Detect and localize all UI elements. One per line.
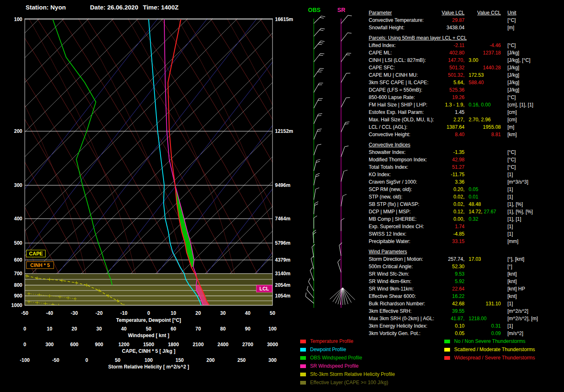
- axis-text: 1000: [11, 302, 22, 308]
- parameter-name: 3km SFC CAPE | IL CAPE:: [369, 79, 440, 86]
- parameter-unit: [m^3/s^3]: [501, 178, 564, 186]
- axis-text: -100: [20, 357, 30, 363]
- axis-text: 50: [146, 326, 152, 332]
- parameter-unit: [mm]: [501, 238, 564, 245]
- parameter-value: 0.02,: [453, 201, 464, 207]
- parameter-value: 0.05: [469, 187, 478, 192]
- parameter-unit: [knt]: [501, 270, 564, 278]
- parameter-value: 5.64,: [453, 80, 464, 85]
- legend-swatch: [300, 364, 306, 368]
- axis-text: CAPE, CINH * 5 [ J/kg ]: [122, 348, 175, 354]
- parameter-row: Max. Hail Size (OLD, MU, IL):2.27, 2.70,…: [369, 116, 564, 123]
- section-title: Parcels: Using 50mB mean layer LCL + CCL: [369, 34, 564, 42]
- legend-swatch: [300, 356, 306, 360]
- axis-text: 300: [14, 182, 22, 188]
- parameter-value: 8.81: [491, 132, 501, 137]
- parameter-value: 3.36: [455, 179, 464, 185]
- axis-text: CAPE: [29, 251, 43, 257]
- section-title: Convective Indices: [369, 141, 564, 149]
- parameter-unit: [°C]: [501, 149, 564, 156]
- axis-text: 100: [145, 357, 153, 363]
- axis-text: 30: [96, 326, 102, 332]
- legend-label: Effective Layer (CAPE >= 100 J/kg): [310, 380, 388, 385]
- parameter-value: 17.03: [469, 256, 481, 262]
- axis-text: 40: [121, 326, 127, 332]
- parameter-row: Exp. Supercell Index CH:1.74 [1]: [369, 223, 564, 230]
- parameter-value: 525.36: [449, 87, 464, 93]
- parameter-unit: [°C]: [501, 156, 564, 163]
- parameter-value: 19.26: [452, 94, 464, 100]
- parameter-value: 0.10: [455, 323, 464, 329]
- axis-text: 4379m: [275, 257, 290, 263]
- parameter-unit: [°C]: [501, 42, 564, 49]
- parameter-unit: [°C]: [501, 94, 564, 101]
- parameter-name: SR Wind 9km-11km:: [369, 285, 440, 293]
- legend-swatch: [300, 348, 306, 352]
- parameter-row: SB STP (fix) | CWASP:0.02, 48.48 [1], [%…: [369, 201, 564, 208]
- parameter-unit: [knt] HP: [501, 285, 564, 293]
- parameter-row: Max 3km SRH (0-2km) | AGL:41.87, 1218.00…: [369, 315, 564, 322]
- parameter-value: 0.02,: [453, 194, 464, 200]
- parameter-name: SR Wind 4km-6km:: [369, 278, 440, 285]
- section-title: Wind Parameters: [369, 248, 564, 255]
- parameter-row: CINH | LSI (LCL: 827mB):147.70, 3.00 [J/…: [369, 57, 564, 64]
- parameter-unit: [cm], [1], [1]: [501, 101, 564, 109]
- parameter-name: FM Hail Size | SHIP | LHP:: [369, 101, 440, 109]
- axis-text: -30: [71, 310, 78, 316]
- axis-text: 0: [24, 342, 26, 347]
- parameter-value: 0.12,: [453, 209, 464, 215]
- parameter-row: Showalter Index:-1.35 [°C]: [369, 149, 564, 156]
- parameter-row: CAPE MU | CINH MU:501.32, 172.53 [J/kg]: [369, 71, 564, 79]
- legend-swatch: [444, 340, 450, 343]
- parameter-name: Precipitable Water:: [369, 238, 440, 245]
- parameter-name: Max 3km SRH (0-2km) | AGL:: [369, 315, 440, 322]
- parameter-unit: [°C]: [501, 17, 564, 24]
- parameter-unit: [1]: [501, 171, 564, 178]
- parameter-value: 8.40: [455, 132, 464, 137]
- parameter-row: CAPE ML:402.80 1237.18 [J/kg]: [369, 49, 564, 57]
- parameter-value: 0.31: [491, 323, 501, 329]
- parameter-name: Effective Shear 6000:: [369, 293, 440, 300]
- parameter-value: 501.32,: [448, 72, 464, 78]
- parameter-value: -11.75: [451, 172, 464, 177]
- parameter-row: Bulk Richardson Number:42.68 131.10 [1]: [369, 300, 564, 307]
- parameter-value: 0.32: [469, 216, 478, 222]
- parameter-value: 39.55: [452, 308, 464, 314]
- parameter-unit: [km]: [501, 131, 564, 138]
- axis-text: 400: [14, 216, 22, 222]
- axis-text: 250: [237, 357, 246, 363]
- legend-item: Widespread / Severe Thunderstorms: [444, 354, 564, 362]
- parameter-value: 14.72,: [469, 209, 484, 215]
- parameter-value: 0.05: [455, 331, 464, 336]
- axis-text: 30: [220, 310, 226, 316]
- axis-text: 200: [206, 357, 215, 363]
- axis-text: 500: [14, 240, 22, 246]
- parameter-row: SR Wind Sfc-2km:9.53 [knt]: [369, 270, 564, 278]
- parameter-name: Snowfall Height:: [369, 24, 440, 31]
- axis-text: Temperature, Dewpoint [°C]: [116, 317, 181, 323]
- legend-item: Scattered / Moderate Thunderstorms: [444, 345, 564, 354]
- parameter-name: 500m Critical Angle:: [369, 263, 440, 270]
- sr-hodograph-fan: [330, 288, 355, 305]
- axis-text: 900: [95, 342, 103, 347]
- parameter-name: Convective Height:: [369, 131, 440, 138]
- legend-label: Scattered / Moderate Thunderstorms: [454, 347, 535, 352]
- parameter-unit: [m]: [501, 123, 564, 131]
- station-title: Station: Nyon: [26, 4, 66, 11]
- parameter-name: Craven SigSvr / 1000:: [369, 178, 440, 186]
- parameter-value: 22.64: [452, 286, 464, 292]
- parameter-name: SR Wind Sfc-2km:: [369, 270, 440, 278]
- parameter-row: Lifted Index:-2.11 -4.46 [°C]: [369, 42, 564, 49]
- parameter-value: -4.46: [490, 43, 501, 48]
- axis-text: 900: [14, 293, 22, 299]
- legend-item: SR Windspeed Profile: [300, 362, 443, 370]
- axis-text: 50: [270, 310, 275, 316]
- parameter-row: Snowfall Height:3438.04 [m]: [369, 24, 564, 31]
- parameter-unit: [1], [%], [%]: [501, 208, 564, 215]
- axis-text: 1054m: [275, 293, 290, 299]
- parameter-value: 29.87: [452, 17, 464, 23]
- parameter-value: 41.87,: [451, 316, 464, 321]
- parameter-name: CAPE ML:: [369, 49, 440, 57]
- parameter-unit: [1]: [501, 230, 564, 238]
- parameter-unit: [1]: [501, 322, 564, 330]
